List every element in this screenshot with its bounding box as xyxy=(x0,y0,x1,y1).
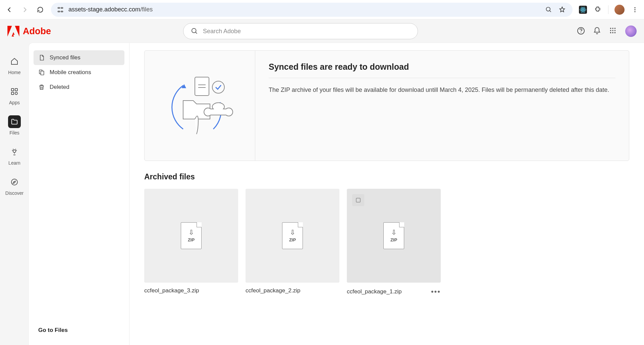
svg-point-21 xyxy=(614,30,616,31)
banner-body: The ZIP archive of your files will be av… xyxy=(269,85,615,95)
svg-rect-37 xyxy=(356,198,360,202)
svg-point-10 xyxy=(634,7,635,8)
browser-profile-avatar[interactable] xyxy=(614,5,625,15)
go-to-files-link[interactable]: Go to Files xyxy=(34,323,124,338)
adobe-logo[interactable]: Adobe xyxy=(7,26,51,37)
site-settings-icon[interactable] xyxy=(57,6,64,13)
sidenav-item-synced-files[interactable]: Synced files xyxy=(34,50,124,65)
file-thumbnail[interactable]: ⇩ ZIP xyxy=(246,189,339,283)
mobile-creations-icon xyxy=(38,69,45,76)
adobe-mark-icon xyxy=(7,26,19,37)
file-name: ccfeol_package_3.zip xyxy=(144,287,199,294)
svg-point-19 xyxy=(610,30,611,31)
svg-rect-1 xyxy=(61,7,63,8)
file-card: ⇩ ZIP ccfeol_package_3.zip xyxy=(144,189,238,296)
svg-point-12 xyxy=(634,11,635,12)
banner-text: Synced files are ready to download The Z… xyxy=(255,51,629,161)
svg-point-24 xyxy=(614,32,616,34)
info-banner: Synced files are ready to download The Z… xyxy=(144,50,629,161)
back-button[interactable] xyxy=(5,5,14,14)
rail-label: Files xyxy=(9,130,19,135)
zip-file-icon: ⇩ ZIP xyxy=(383,222,404,249)
extensions-icon[interactable] xyxy=(593,5,602,14)
svg-point-30 xyxy=(11,179,17,185)
more-actions-icon[interactable]: ••• xyxy=(431,287,441,296)
file-name: ccfeol_package_1.zip xyxy=(347,288,402,295)
svg-rect-0 xyxy=(58,7,60,8)
zoom-icon[interactable] xyxy=(544,5,553,14)
file-name: ccfeol_package_2.zip xyxy=(246,287,301,294)
svg-point-17 xyxy=(612,28,613,29)
browser-actions xyxy=(579,5,639,15)
help-icon[interactable] xyxy=(577,27,586,36)
section-title: Archived files xyxy=(144,172,629,181)
svg-point-36 xyxy=(212,81,224,93)
svg-point-18 xyxy=(614,28,616,29)
rail-item-discover[interactable]: Discover xyxy=(5,176,23,196)
divider xyxy=(608,5,608,14)
svg-point-22 xyxy=(610,32,611,34)
sidenav-item-mobile-creations[interactable]: Mobile creations xyxy=(34,65,124,80)
url-text: assets-stage.adobecc.com/files xyxy=(68,6,540,13)
notifications-icon[interactable] xyxy=(593,27,602,36)
sidenav-item-deleted[interactable]: Deleted xyxy=(34,80,124,95)
svg-rect-33 xyxy=(195,77,209,96)
bookmark-star-icon[interactable] xyxy=(558,5,567,14)
reload-button[interactable] xyxy=(36,5,45,14)
sidenav-label: Mobile creations xyxy=(50,69,91,76)
zip-file-icon: ⇩ ZIP xyxy=(181,222,202,249)
svg-rect-27 xyxy=(11,92,14,95)
rail-item-home[interactable]: Home xyxy=(8,55,21,75)
rail-label: Apps xyxy=(9,100,20,105)
rail-item-learn[interactable]: Learn xyxy=(8,146,21,166)
banner-title: Synced files are ready to download xyxy=(269,62,615,72)
react-devtools-extension-icon[interactable] xyxy=(579,5,587,14)
main-panel: Synced files Mobile creations Deleted Go… xyxy=(29,43,644,345)
side-nav: Synced files Mobile creations Deleted Go… xyxy=(29,43,129,345)
rail-item-apps[interactable]: Apps xyxy=(8,85,21,105)
app-switcher-icon[interactable] xyxy=(609,27,618,36)
file-thumbnail[interactable]: ⇩ ZIP xyxy=(347,189,441,283)
browser-toolbar: assets-stage.adobecc.com/files xyxy=(0,0,644,19)
rail-label: Learn xyxy=(8,160,20,166)
svg-rect-3 xyxy=(61,11,63,12)
app-header: Adobe xyxy=(0,19,644,43)
rail-label: Home xyxy=(8,70,20,75)
trash-icon xyxy=(38,84,45,91)
file-grid: ⇩ ZIP ccfeol_package_3.zip ⇩ ZIP xyxy=(144,189,629,296)
svg-point-4 xyxy=(546,7,550,11)
svg-point-28 xyxy=(15,92,17,95)
svg-rect-32 xyxy=(41,71,44,75)
banner-illustration xyxy=(145,51,255,161)
svg-point-23 xyxy=(612,32,613,34)
rail-label: Discover xyxy=(5,190,23,196)
divider xyxy=(269,78,615,78)
svg-rect-26 xyxy=(15,89,17,91)
address-bar[interactable]: assets-stage.adobecc.com/files xyxy=(51,3,573,17)
svg-point-29 xyxy=(13,150,16,153)
sidenav-label: Deleted xyxy=(50,84,69,91)
rail-item-files[interactable]: Files xyxy=(8,115,21,135)
svg-point-16 xyxy=(610,28,611,29)
sidenav-label: Synced files xyxy=(50,54,80,61)
browser-menu-icon[interactable] xyxy=(631,5,639,14)
left-rail: Home Apps Files Learn Discover xyxy=(0,43,29,345)
svg-point-15 xyxy=(581,33,581,33)
file-thumbnail[interactable]: ⇩ ZIP xyxy=(144,189,238,283)
select-checkbox[interactable] xyxy=(352,194,364,206)
svg-point-13 xyxy=(192,28,196,33)
search-icon xyxy=(191,27,198,35)
file-card: ⇩ ZIP ccfeol_package_1.zip ••• xyxy=(347,189,441,296)
svg-point-20 xyxy=(612,30,613,31)
svg-rect-25 xyxy=(11,89,14,91)
user-avatar[interactable] xyxy=(625,25,637,37)
search-input[interactable] xyxy=(203,28,410,35)
search-bar[interactable] xyxy=(183,23,418,39)
zip-file-icon: ⇩ ZIP xyxy=(282,222,303,249)
header-actions xyxy=(577,25,637,37)
svg-rect-2 xyxy=(58,11,60,12)
svg-point-6 xyxy=(582,9,584,10)
content-area: Synced files are ready to download The Z… xyxy=(129,43,644,345)
file-card: ⇩ ZIP ccfeol_package_2.zip xyxy=(246,189,339,296)
forward-button[interactable] xyxy=(20,5,30,14)
